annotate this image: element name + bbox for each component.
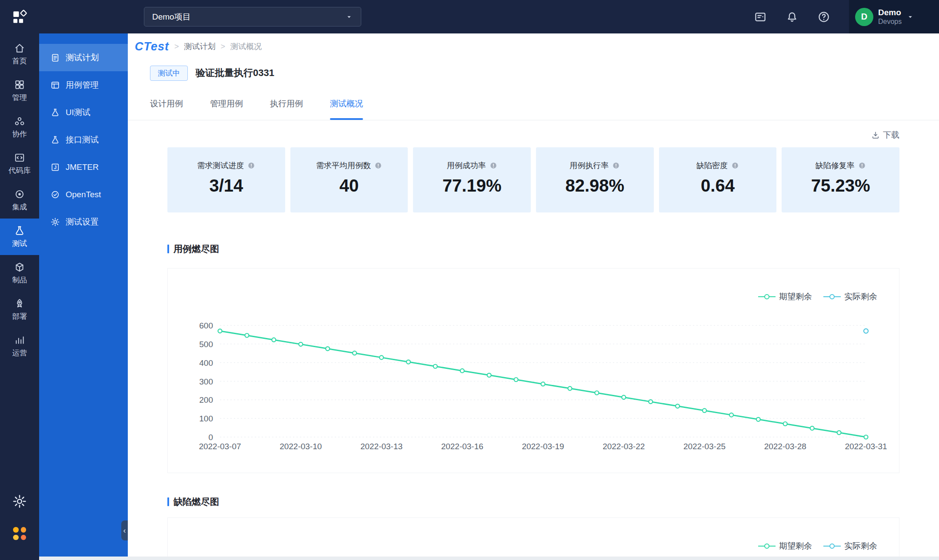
info-icon[interactable] (247, 162, 255, 169)
svg-text:400: 400 (199, 358, 213, 368)
svg-text:2022-03-19: 2022-03-19 (522, 442, 564, 451)
help-icon[interactable] (817, 10, 830, 23)
code-icon (14, 152, 25, 163)
rail-item-repo[interactable]: 代码库 (0, 146, 39, 182)
rail-item-home[interactable]: 首页 (0, 36, 39, 73)
stat-value: 82.98% (566, 176, 625, 196)
section-title-text: 缺陷燃尽图 (173, 496, 219, 508)
download-button[interactable]: 下载 (167, 126, 899, 144)
tab-0[interactable]: 设计用例 (150, 98, 183, 120)
submenu-item-case-manage[interactable]: 用例管理 (39, 71, 128, 99)
rail-item-label: 管理 (12, 93, 27, 103)
info-icon[interactable] (374, 162, 382, 169)
section-bar (167, 245, 169, 253)
submenu-item-test-settings[interactable]: 测试设置 (39, 208, 128, 235)
chevron-down-icon (345, 13, 353, 21)
info-icon[interactable] (731, 162, 739, 169)
project-selector-value: Demo项目 (152, 11, 191, 23)
download-icon (871, 131, 880, 139)
app-logo[interactable] (0, 9, 39, 25)
project-selector[interactable]: Demo项目 (144, 7, 361, 27)
rail-item-ops[interactable]: 运营 (0, 328, 39, 364)
rail-item-label: 集成 (12, 202, 27, 212)
stat-label-row: 缺陷密度 (696, 160, 739, 171)
submenu-item-opentest[interactable]: OpenTest (39, 181, 128, 208)
stat-label: 需求测试进度 (197, 160, 244, 171)
logo-icon (12, 9, 27, 25)
stat-label-row: 用例成功率 (447, 160, 497, 171)
stat-card-0: 需求测试进度3/14 (167, 147, 285, 212)
breadcrumb-item[interactable]: 测试计划 (184, 41, 216, 52)
rail-item-label: 运营 (12, 348, 27, 358)
settings-gear-icon[interactable] (12, 494, 27, 509)
info-icon[interactable] (612, 162, 620, 169)
board-icon[interactable] (754, 10, 767, 23)
info-icon[interactable] (858, 162, 866, 169)
apps-icon[interactable] (13, 527, 26, 540)
stat-value: 40 (340, 176, 359, 196)
breadcrumb-item[interactable]: 测试概况 (230, 41, 262, 52)
content: 下载 需求测试进度3/14需求平均用例数40用例成功率77.19%用例执行率82… (128, 126, 939, 560)
svg-text:2022-03-28: 2022-03-28 (764, 442, 806, 451)
tab-3[interactable]: 测试概况 (330, 98, 363, 120)
avatar: D (855, 8, 873, 26)
rail-item-collab[interactable]: 协作 (0, 109, 39, 146)
submenu-item-test-plan[interactable]: 测试计划 (39, 44, 128, 71)
submenu-item-label: 测试设置 (66, 216, 99, 228)
stat-card-3: 用例执行率82.98% (536, 147, 654, 212)
sidebar-collapse-button[interactable]: ‹ (121, 520, 128, 540)
breadcrumb-separator: > (221, 42, 226, 51)
stat-value: 3/14 (209, 176, 243, 196)
legend-item[interactable]: 实际剩余 (823, 540, 877, 552)
legend-item[interactable]: 期望剩余 (758, 291, 812, 302)
rail-item-deploy[interactable]: 部署 (0, 292, 39, 328)
svg-text:J: J (54, 165, 57, 170)
rail-item-label: 协作 (12, 129, 27, 139)
rail-item-integration[interactable]: 集成 (0, 182, 39, 219)
page-title: 验证批量执行0331 (196, 66, 274, 80)
tab-1[interactable]: 管理用例 (210, 98, 243, 120)
svg-text:2022-03-22: 2022-03-22 (603, 442, 645, 451)
flask-icon (50, 108, 60, 117)
stat-label-row: 需求平均用例数 (316, 160, 382, 171)
submenu-item-api-test[interactable]: 接口测试 (39, 126, 128, 153)
main-area: CTest >测试计划>测试概况 测试中 验证批量执行0331 设计用例管理用例… (128, 33, 939, 560)
rail-item-manage[interactable]: 管理 (0, 73, 39, 109)
stat-card-1: 需求平均用例数40 (290, 147, 408, 212)
submenu-item-jmeter[interactable]: JJMETER (39, 153, 128, 181)
submenu-item-label: UI测试 (66, 107, 90, 118)
legend-marker-icon (823, 294, 841, 300)
legend-item[interactable]: 实际剩余 (823, 291, 877, 302)
rail-bottom (0, 494, 39, 560)
chevron-down-icon (906, 13, 914, 21)
legend-marker-icon (823, 543, 841, 549)
chart-canvas (168, 518, 899, 560)
user-info: Demo Devops (878, 8, 902, 26)
rail-item-label: 首页 (12, 56, 27, 66)
topbar-actions: D Demo Devops (754, 0, 939, 33)
integration-icon (14, 189, 25, 200)
submenu-item-label: 接口测试 (66, 134, 99, 146)
stat-cards: 需求测试进度3/14需求平均用例数40用例成功率77.19%用例执行率82.98… (167, 147, 899, 212)
rail-item-test[interactable]: 测试 (0, 219, 39, 255)
stat-value: 77.19% (443, 176, 502, 196)
submenu-item-ui-test[interactable]: UI测试 (39, 99, 128, 126)
ctest-logo[interactable]: CTest (135, 40, 169, 53)
legend-marker-icon (758, 294, 776, 300)
info-icon[interactable] (489, 162, 497, 169)
rail-nav: 首页管理协作代码库集成测试制品部署运营 (0, 33, 39, 560)
bell-icon[interactable] (786, 10, 799, 23)
svg-text:500: 500 (199, 340, 213, 349)
rail-item-artifact[interactable]: 制品 (0, 255, 39, 292)
chart-legend: 期望剩余实际剩余 (758, 291, 877, 302)
horizontal-scrollbar[interactable] (39, 557, 939, 560)
legend-item[interactable]: 期望剩余 (758, 540, 812, 552)
doc-icon (50, 53, 60, 63)
user-menu[interactable]: D Demo Devops (849, 0, 939, 33)
stat-label: 用例执行率 (569, 160, 609, 171)
flask-icon (14, 225, 25, 236)
svg-text:2022-03-16: 2022-03-16 (441, 442, 483, 451)
svg-text:2022-03-31: 2022-03-31 (845, 442, 887, 451)
stat-card-4: 缺陷密度0.64 (659, 147, 777, 212)
tab-2[interactable]: 执行用例 (270, 98, 303, 120)
